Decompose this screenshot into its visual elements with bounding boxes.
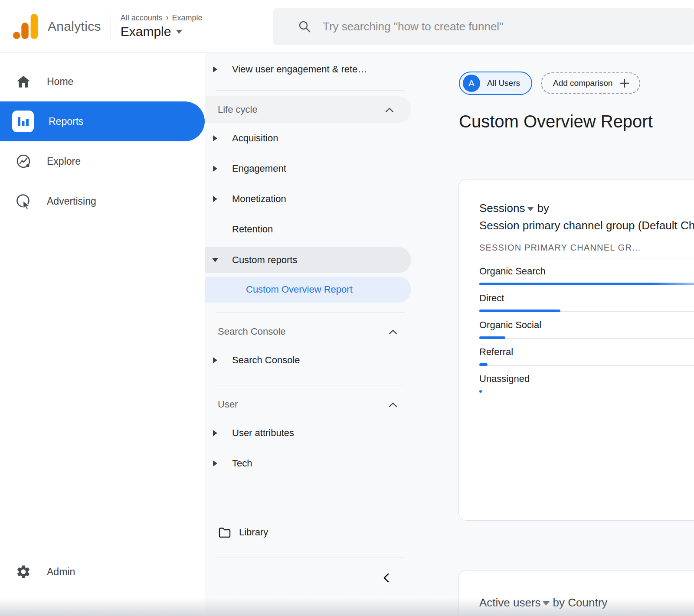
topbar-divider — [111, 12, 111, 41]
chevron-down-icon — [176, 30, 182, 34]
home-icon — [15, 74, 32, 89]
breadcrumb-accounts[interactable]: All accounts — [121, 13, 163, 23]
report-main-area: A All Users Add comparison Custom Overvi… — [415, 53, 694, 616]
card-metric-header: Active users by Country — [479, 596, 694, 609]
nav-item-custom-overview-report[interactable]: Custom Overview Report — [205, 277, 411, 303]
sidebar-item-admin[interactable]: Admin — [0, 552, 205, 592]
audience-avatar: A — [463, 75, 480, 92]
chevron-up-icon[interactable] — [389, 329, 397, 335]
analytics-logo[interactable]: Analytics — [0, 13, 101, 40]
nav-item-retention[interactable]: Retention — [205, 214, 415, 244]
nav-collapse-row — [205, 564, 415, 591]
expand-arrow-icon[interactable] — [212, 66, 218, 72]
nav-item-user-attributes[interactable]: User attributes — [205, 418, 415, 448]
sessions-bar — [479, 363, 488, 366]
nav-section-search-console[interactable]: Search Console — [205, 318, 415, 345]
chevron-left-collapse-icon[interactable] — [381, 572, 392, 584]
table-row[interactable]: Organic Social — [479, 319, 694, 339]
advertising-icon — [15, 193, 32, 209]
add-comparison-button[interactable]: Add comparison — [541, 72, 640, 94]
nav-item-view-user-engagement[interactable]: View user engagement & rete… — [205, 58, 415, 81]
nav-divider — [216, 90, 405, 91]
active-users-by-country-card: Active users by Country — [458, 570, 694, 616]
nav-section-life-cycle[interactable]: Life cycle — [205, 96, 411, 123]
table-row[interactable]: Unassigned — [479, 373, 694, 393]
table-header-divider — [479, 258, 694, 258]
chevron-down-icon[interactable] — [527, 207, 534, 211]
metric-selector[interactable]: Active users — [479, 596, 541, 609]
nav-divider — [216, 385, 405, 385]
expand-arrow-icon[interactable] — [212, 357, 218, 363]
plus-icon — [619, 78, 630, 88]
sidebar-item-explore[interactable]: Explore — [0, 141, 205, 181]
table-row[interactable]: Organic Search — [479, 265, 694, 285]
sidebar-item-reports[interactable]: Reports — [0, 101, 205, 141]
nav-item-tech[interactable]: Tech — [205, 448, 415, 479]
expand-arrow-icon[interactable] — [212, 196, 218, 202]
sessions-bar — [479, 310, 560, 312]
nav-divider — [216, 557, 405, 557]
nav-item-custom-reports[interactable]: Custom reports — [205, 247, 411, 273]
ga4-app: Analytics All accounts › Example Example — [0, 0, 694, 616]
breadcrumb-separator-icon: › — [166, 13, 169, 23]
sessions-by-channel-card: Sessions by Session primary channel grou… — [458, 179, 694, 521]
card-dimension-header: Session primary channel group (Default C… — [479, 218, 694, 232]
sessions-bar — [479, 283, 694, 285]
expand-arrow-icon[interactable] — [212, 460, 218, 466]
explore-icon — [15, 153, 32, 169]
bar-track — [479, 363, 694, 366]
nav-section-user[interactable]: User — [205, 391, 415, 418]
sidebar-item-home[interactable]: Home — [0, 62, 205, 101]
header-divider — [458, 102, 694, 102]
google-analytics-logo-icon — [12, 13, 39, 40]
nav-divider — [216, 312, 405, 313]
nav-item-engagement[interactable]: Engagement — [205, 153, 415, 184]
nav-item-library[interactable]: Library — [205, 517, 415, 548]
chevron-up-icon[interactable] — [389, 402, 397, 407]
global-search[interactable] — [273, 8, 694, 45]
primary-sidebar: Home Reports — [0, 53, 205, 616]
expand-arrow-icon[interactable] — [212, 166, 218, 172]
sessions-bar — [479, 390, 482, 393]
metric-selector[interactable]: Sessions — [479, 201, 525, 215]
account-property-switcher[interactable]: All accounts › Example Example — [121, 13, 203, 39]
breadcrumb: All accounts › Example — [121, 13, 203, 23]
nav-item-monetization[interactable]: Monetization — [205, 184, 415, 214]
expand-arrow-icon[interactable] — [212, 135, 218, 141]
table-row[interactable]: Direct — [479, 292, 694, 312]
dimension-column-header[interactable]: SESSION PRIMARY CHANNEL GR… — [479, 243, 694, 253]
top-app-bar: Analytics All accounts › Example Example — [0, 0, 694, 53]
nav-item-search-console[interactable]: Search Console — [205, 345, 415, 375]
bar-track — [479, 310, 694, 312]
comparison-bar: A All Users Add comparison — [415, 53, 694, 95]
bar-track — [479, 336, 694, 339]
folder-icon — [218, 527, 231, 538]
all-users-chip[interactable]: A All Users — [459, 72, 532, 95]
sessions-bar — [479, 336, 505, 339]
gear-icon — [15, 564, 32, 580]
sidebar-item-advertising[interactable]: Advertising — [0, 181, 205, 221]
card-metric-header: Sessions by — [479, 201, 694, 215]
chevron-down-icon[interactable] — [543, 601, 550, 606]
bar-track — [479, 390, 694, 393]
chevron-up-icon[interactable] — [385, 107, 394, 113]
collapse-arrow-icon[interactable] — [212, 258, 218, 262]
breadcrumb-property[interactable]: Example — [172, 13, 202, 23]
reports-icon — [12, 111, 34, 132]
page-title: Custom Overview Report — [459, 112, 694, 131]
search-input[interactable] — [323, 20, 694, 33]
report-nav-panel: View user engagement & rete… Life cycle … — [205, 53, 415, 616]
bar-track — [479, 283, 694, 285]
table-row[interactable]: Referral — [479, 346, 694, 366]
product-name: Analytics — [48, 19, 101, 34]
property-selector[interactable]: Example — [121, 24, 203, 39]
nav-item-acquisition[interactable]: Acquisition — [205, 123, 415, 153]
expand-arrow-icon[interactable] — [212, 430, 218, 436]
search-icon — [298, 20, 311, 33]
